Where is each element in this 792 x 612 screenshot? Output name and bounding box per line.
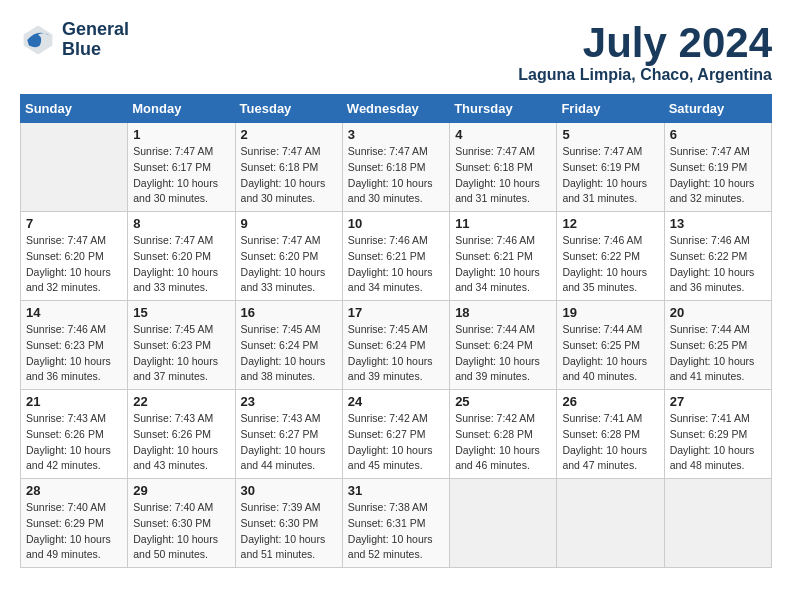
calendar-cell: 30Sunrise: 7:39 AM Sunset: 6:30 PM Dayli… (235, 479, 342, 568)
day-number: 16 (241, 305, 337, 320)
calendar-cell: 2Sunrise: 7:47 AM Sunset: 6:18 PM Daylig… (235, 123, 342, 212)
calendar-cell: 28Sunrise: 7:40 AM Sunset: 6:29 PM Dayli… (21, 479, 128, 568)
day-number: 10 (348, 216, 444, 231)
calendar-cell: 25Sunrise: 7:42 AM Sunset: 6:28 PM Dayli… (450, 390, 557, 479)
day-number: 15 (133, 305, 229, 320)
logo: General Blue (20, 20, 129, 60)
day-number: 9 (241, 216, 337, 231)
location-title: Laguna Limpia, Chaco, Argentina (518, 66, 772, 84)
day-number: 25 (455, 394, 551, 409)
day-info: Sunrise: 7:45 AM Sunset: 6:24 PM Dayligh… (348, 322, 444, 385)
day-info: Sunrise: 7:47 AM Sunset: 6:20 PM Dayligh… (26, 233, 122, 296)
weekday-header: Tuesday (235, 95, 342, 123)
day-info: Sunrise: 7:45 AM Sunset: 6:24 PM Dayligh… (241, 322, 337, 385)
calendar-cell: 8Sunrise: 7:47 AM Sunset: 6:20 PM Daylig… (128, 212, 235, 301)
day-number: 5 (562, 127, 658, 142)
calendar-cell: 14Sunrise: 7:46 AM Sunset: 6:23 PM Dayli… (21, 301, 128, 390)
day-info: Sunrise: 7:47 AM Sunset: 6:18 PM Dayligh… (348, 144, 444, 207)
weekday-header-row: SundayMondayTuesdayWednesdayThursdayFrid… (21, 95, 772, 123)
calendar-cell: 26Sunrise: 7:41 AM Sunset: 6:28 PM Dayli… (557, 390, 664, 479)
calendar-cell: 10Sunrise: 7:46 AM Sunset: 6:21 PM Dayli… (342, 212, 449, 301)
day-info: Sunrise: 7:46 AM Sunset: 6:21 PM Dayligh… (348, 233, 444, 296)
day-number: 1 (133, 127, 229, 142)
calendar-cell: 31Sunrise: 7:38 AM Sunset: 6:31 PM Dayli… (342, 479, 449, 568)
calendar-table: SundayMondayTuesdayWednesdayThursdayFrid… (20, 94, 772, 568)
calendar-cell: 6Sunrise: 7:47 AM Sunset: 6:19 PM Daylig… (664, 123, 771, 212)
day-number: 27 (670, 394, 766, 409)
calendar-cell (450, 479, 557, 568)
calendar-cell: 3Sunrise: 7:47 AM Sunset: 6:18 PM Daylig… (342, 123, 449, 212)
calendar-cell (557, 479, 664, 568)
day-number: 31 (348, 483, 444, 498)
day-info: Sunrise: 7:47 AM Sunset: 6:19 PM Dayligh… (562, 144, 658, 207)
day-number: 8 (133, 216, 229, 231)
day-info: Sunrise: 7:43 AM Sunset: 6:26 PM Dayligh… (133, 411, 229, 474)
day-info: Sunrise: 7:44 AM Sunset: 6:24 PM Dayligh… (455, 322, 551, 385)
day-number: 2 (241, 127, 337, 142)
day-info: Sunrise: 7:47 AM Sunset: 6:17 PM Dayligh… (133, 144, 229, 207)
day-number: 20 (670, 305, 766, 320)
calendar-cell: 11Sunrise: 7:46 AM Sunset: 6:21 PM Dayli… (450, 212, 557, 301)
calendar-cell: 1Sunrise: 7:47 AM Sunset: 6:17 PM Daylig… (128, 123, 235, 212)
calendar-cell: 23Sunrise: 7:43 AM Sunset: 6:27 PM Dayli… (235, 390, 342, 479)
day-info: Sunrise: 7:42 AM Sunset: 6:28 PM Dayligh… (455, 411, 551, 474)
day-info: Sunrise: 7:44 AM Sunset: 6:25 PM Dayligh… (670, 322, 766, 385)
day-number: 11 (455, 216, 551, 231)
day-info: Sunrise: 7:40 AM Sunset: 6:29 PM Dayligh… (26, 500, 122, 563)
calendar-week-row: 1Sunrise: 7:47 AM Sunset: 6:17 PM Daylig… (21, 123, 772, 212)
logo-icon (20, 22, 56, 58)
calendar-cell (664, 479, 771, 568)
day-info: Sunrise: 7:39 AM Sunset: 6:30 PM Dayligh… (241, 500, 337, 563)
calendar-cell: 27Sunrise: 7:41 AM Sunset: 6:29 PM Dayli… (664, 390, 771, 479)
day-number: 21 (26, 394, 122, 409)
day-number: 23 (241, 394, 337, 409)
day-info: Sunrise: 7:41 AM Sunset: 6:28 PM Dayligh… (562, 411, 658, 474)
day-info: Sunrise: 7:47 AM Sunset: 6:19 PM Dayligh… (670, 144, 766, 207)
calendar-cell: 21Sunrise: 7:43 AM Sunset: 6:26 PM Dayli… (21, 390, 128, 479)
day-info: Sunrise: 7:47 AM Sunset: 6:18 PM Dayligh… (241, 144, 337, 207)
day-number: 30 (241, 483, 337, 498)
day-info: Sunrise: 7:42 AM Sunset: 6:27 PM Dayligh… (348, 411, 444, 474)
day-number: 19 (562, 305, 658, 320)
day-info: Sunrise: 7:40 AM Sunset: 6:30 PM Dayligh… (133, 500, 229, 563)
day-number: 3 (348, 127, 444, 142)
day-info: Sunrise: 7:47 AM Sunset: 6:20 PM Dayligh… (133, 233, 229, 296)
weekday-header: Sunday (21, 95, 128, 123)
month-title: July 2024 (518, 20, 772, 66)
day-number: 13 (670, 216, 766, 231)
calendar-cell: 29Sunrise: 7:40 AM Sunset: 6:30 PM Dayli… (128, 479, 235, 568)
calendar-cell: 20Sunrise: 7:44 AM Sunset: 6:25 PM Dayli… (664, 301, 771, 390)
day-number: 14 (26, 305, 122, 320)
calendar-cell: 24Sunrise: 7:42 AM Sunset: 6:27 PM Dayli… (342, 390, 449, 479)
calendar-cell: 7Sunrise: 7:47 AM Sunset: 6:20 PM Daylig… (21, 212, 128, 301)
calendar-cell: 17Sunrise: 7:45 AM Sunset: 6:24 PM Dayli… (342, 301, 449, 390)
day-info: Sunrise: 7:47 AM Sunset: 6:20 PM Dayligh… (241, 233, 337, 296)
calendar-cell (21, 123, 128, 212)
day-number: 7 (26, 216, 122, 231)
day-info: Sunrise: 7:44 AM Sunset: 6:25 PM Dayligh… (562, 322, 658, 385)
day-info: Sunrise: 7:46 AM Sunset: 6:21 PM Dayligh… (455, 233, 551, 296)
weekday-header: Wednesday (342, 95, 449, 123)
calendar-cell: 13Sunrise: 7:46 AM Sunset: 6:22 PM Dayli… (664, 212, 771, 301)
day-info: Sunrise: 7:46 AM Sunset: 6:22 PM Dayligh… (670, 233, 766, 296)
calendar-cell: 12Sunrise: 7:46 AM Sunset: 6:22 PM Dayli… (557, 212, 664, 301)
calendar-week-row: 14Sunrise: 7:46 AM Sunset: 6:23 PM Dayli… (21, 301, 772, 390)
weekday-header: Thursday (450, 95, 557, 123)
calendar-cell: 18Sunrise: 7:44 AM Sunset: 6:24 PM Dayli… (450, 301, 557, 390)
day-number: 28 (26, 483, 122, 498)
page-header: General Blue July 2024 Laguna Limpia, Ch… (20, 20, 772, 84)
calendar-week-row: 28Sunrise: 7:40 AM Sunset: 6:29 PM Dayli… (21, 479, 772, 568)
calendar-cell: 19Sunrise: 7:44 AM Sunset: 6:25 PM Dayli… (557, 301, 664, 390)
calendar-week-row: 7Sunrise: 7:47 AM Sunset: 6:20 PM Daylig… (21, 212, 772, 301)
day-info: Sunrise: 7:46 AM Sunset: 6:23 PM Dayligh… (26, 322, 122, 385)
day-number: 6 (670, 127, 766, 142)
calendar-week-row: 21Sunrise: 7:43 AM Sunset: 6:26 PM Dayli… (21, 390, 772, 479)
title-block: July 2024 Laguna Limpia, Chaco, Argentin… (518, 20, 772, 84)
day-info: Sunrise: 7:38 AM Sunset: 6:31 PM Dayligh… (348, 500, 444, 563)
weekday-header: Friday (557, 95, 664, 123)
day-number: 24 (348, 394, 444, 409)
day-number: 26 (562, 394, 658, 409)
day-info: Sunrise: 7:41 AM Sunset: 6:29 PM Dayligh… (670, 411, 766, 474)
calendar-cell: 9Sunrise: 7:47 AM Sunset: 6:20 PM Daylig… (235, 212, 342, 301)
day-number: 29 (133, 483, 229, 498)
